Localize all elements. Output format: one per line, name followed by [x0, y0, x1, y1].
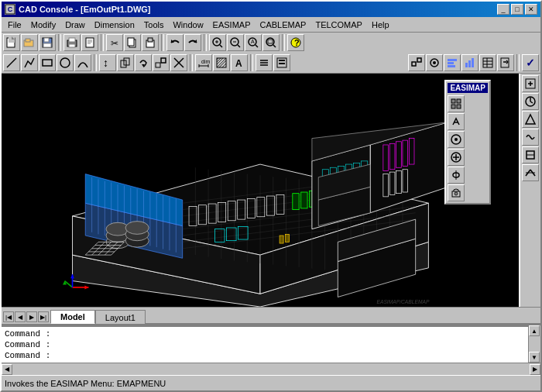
tb2-sep-3 [250, 54, 253, 71]
tb2-rotate[interactable] [135, 54, 152, 71]
menu-modify[interactable]: Modify [26, 19, 60, 31]
scrollbar-down-btn[interactable]: ▼ [529, 352, 540, 363]
menu-help[interactable]: Help [367, 19, 394, 31]
rt-btn-3[interactable] [522, 111, 539, 128]
hscroll-right-btn[interactable]: ▶ [530, 364, 540, 375]
easimap-btn-3[interactable] [448, 131, 465, 148]
hscroll-row: ◀ ▶ [2, 363, 540, 375]
svg-text:A: A [251, 39, 255, 44]
command-section: Command : Command : Command : ▲ ▼ [2, 324, 540, 363]
tb2-snap[interactable] [408, 54, 425, 71]
easimap-btn-4[interactable] [448, 149, 465, 166]
rt-btn-4[interactable] [522, 129, 539, 146]
rt-btn-5[interactable] [522, 146, 539, 163]
tb-preview[interactable] [81, 34, 98, 51]
tb2-text[interactable]: A [231, 54, 248, 71]
svg-point-41 [60, 58, 70, 67]
tab-scroll-prev[interactable]: ◀ [15, 311, 26, 322]
easimap-btn-1[interactable] [448, 95, 465, 112]
tb-undo[interactable] [166, 34, 184, 51]
command-label-3: Command : [5, 351, 50, 360]
svg-rect-8 [44, 38, 49, 42]
title-bar: C CAD Console - [EmOutPt1.DWG] _ □ ✕ [2, 2, 540, 17]
tb-zoom-window[interactable] [262, 34, 280, 51]
tb2-circle[interactable] [57, 54, 74, 71]
tb2-dim[interactable]: dim [195, 54, 212, 71]
rt-btn-1[interactable] [522, 75, 539, 92]
hscroll-track[interactable] [12, 364, 530, 375]
menu-dimension[interactable]: Dimension [90, 19, 139, 31]
tab-model[interactable]: Model [50, 310, 95, 324]
svg-rect-6 [26, 39, 30, 42]
svg-rect-77 [472, 58, 474, 67]
menu-easimap[interactable]: EASIMAP [208, 19, 256, 31]
toolbar-row-2: ↕ dim A [2, 53, 540, 73]
tb2-arc[interactable] [74, 54, 91, 71]
easimap-toolbar-title: EASIMAP [448, 83, 488, 93]
tb-redo[interactable] [184, 34, 201, 51]
close-button[interactable]: ✕ [525, 4, 537, 15]
menu-file[interactable]: File [3, 19, 26, 31]
tb2-osnap[interactable] [426, 54, 443, 71]
tb2-table[interactable] [479, 54, 496, 71]
svg-rect-198 [457, 99, 461, 103]
tb2-move[interactable]: ↕ [99, 54, 116, 71]
hscroll-left-btn[interactable]: ◀ [2, 364, 12, 375]
minimize-button[interactable]: _ [497, 4, 509, 15]
svg-rect-47 [161, 58, 166, 63]
tb2-hatch[interactable] [213, 54, 230, 71]
easimap-floating-toolbar: EASIMAP [444, 80, 491, 205]
tb2-properties[interactable] [273, 54, 290, 71]
svg-point-34 [266, 38, 274, 46]
tb-new[interactable] [3, 34, 20, 51]
tb2-layer[interactable] [256, 54, 273, 71]
svg-rect-66 [279, 60, 285, 61]
tab-scroll-first[interactable]: |◀ [3, 311, 14, 322]
tb2-rect[interactable] [39, 54, 56, 71]
menu-telcomap[interactable]: TELCOMAP [310, 19, 367, 31]
easimap-btn-5[interactable] [448, 167, 465, 184]
menu-draw[interactable]: Draw [60, 19, 90, 31]
tb-zoom-in[interactable] [209, 34, 226, 51]
menu-window[interactable]: Window [168, 19, 208, 31]
tb-open[interactable] [21, 34, 38, 51]
tb-sep-1 [58, 34, 61, 51]
tab-layout1[interactable]: Layout1 [95, 310, 146, 324]
window-title: CAD Console - [EmOutPt1.DWG] [19, 5, 151, 14]
tb2-check[interactable]: ✓ [522, 54, 539, 71]
tb-cut[interactable]: ✂ [106, 34, 123, 51]
tb-sep-4 [204, 34, 207, 51]
tb2-trim[interactable] [170, 54, 187, 71]
rt-btn-6[interactable] [522, 164, 539, 181]
rt-btn-2[interactable] [522, 93, 539, 110]
tab-scroll-last[interactable]: ▶| [38, 311, 49, 322]
cad-viewport[interactable]: EASIMAP/CABLEMAP EASIMAP [2, 74, 519, 307]
menu-cablemap[interactable]: CABLEMAP [256, 19, 311, 31]
tb2-polyline[interactable] [21, 54, 38, 71]
tb2-copy2[interactable] [117, 54, 134, 71]
tb-copy[interactable] [124, 34, 141, 51]
tb2-export[interactable] [497, 54, 514, 71]
easimap-btn-6[interactable] [448, 184, 465, 201]
tab-scroll-next[interactable]: ▶ [26, 311, 37, 322]
scrollbar-up-btn[interactable]: ▲ [529, 325, 540, 336]
command-line-1: Command : [5, 328, 525, 339]
maximize-button[interactable]: □ [511, 4, 523, 15]
toolbar-area: ✂ A [2, 33, 540, 74]
tb2-line[interactable] [3, 54, 20, 71]
tb-zoom-out[interactable] [227, 34, 244, 51]
tb-zoom-fit[interactable]: A [245, 34, 262, 51]
tb-save[interactable] [39, 34, 56, 51]
tb2-scale[interactable] [153, 54, 170, 71]
tb-help[interactable]: ? [287, 34, 304, 51]
tb2-bar[interactable] [444, 54, 461, 71]
tb-print[interactable] [63, 34, 81, 51]
tb2-chart[interactable] [461, 54, 479, 71]
menu-tools[interactable]: Tools [139, 19, 169, 31]
easimap-btn-2[interactable] [448, 113, 465, 130]
svg-rect-12 [69, 44, 75, 47]
svg-line-39 [7, 58, 16, 67]
svg-line-85 [506, 62, 508, 64]
tb-paste[interactable] [142, 34, 159, 51]
svg-text:EASIMAP/CABLEMAP: EASIMAP/CABLEMAP [377, 299, 430, 304]
